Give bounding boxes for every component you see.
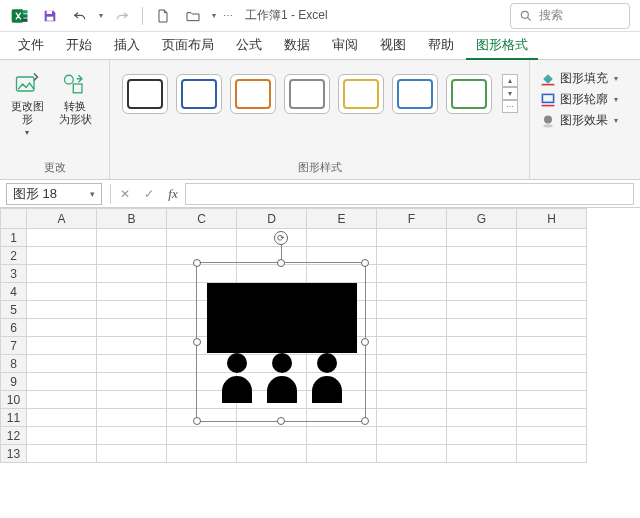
resize-handle[interactable] xyxy=(361,417,369,425)
row-header[interactable]: 3 xyxy=(1,265,27,283)
cell[interactable] xyxy=(517,409,587,427)
style-swatch[interactable] xyxy=(230,74,276,114)
cell[interactable] xyxy=(447,409,517,427)
resize-handle[interactable] xyxy=(361,338,369,346)
cell[interactable] xyxy=(167,445,237,463)
resize-handle[interactable] xyxy=(277,417,285,425)
cell[interactable] xyxy=(377,283,447,301)
tab-home[interactable]: 开始 xyxy=(56,32,102,60)
cell[interactable] xyxy=(97,427,167,445)
fx-icon[interactable]: fx xyxy=(161,186,185,202)
cell[interactable] xyxy=(447,427,517,445)
cell[interactable] xyxy=(447,373,517,391)
shape-fill-button[interactable]: 图形填充 ▾ xyxy=(540,70,634,87)
search-box[interactable]: 搜索 xyxy=(510,3,630,29)
cell[interactable] xyxy=(27,355,97,373)
rotation-handle[interactable]: ⟳ xyxy=(274,231,288,245)
worksheet-grid[interactable]: A B C D E F G H 1 2 3 4 5 6 7 8 9 10 11 … xyxy=(0,208,640,463)
cell[interactable] xyxy=(27,283,97,301)
cell[interactable] xyxy=(517,229,587,247)
cell[interactable] xyxy=(307,445,377,463)
cell[interactable] xyxy=(307,427,377,445)
cell[interactable] xyxy=(377,445,447,463)
tab-data[interactable]: 数据 xyxy=(274,32,320,60)
cell[interactable] xyxy=(97,373,167,391)
cell[interactable] xyxy=(27,265,97,283)
cancel-formula-button[interactable]: ✕ xyxy=(113,183,137,205)
cell[interactable] xyxy=(377,301,447,319)
cell[interactable] xyxy=(237,445,307,463)
column-header[interactable]: A xyxy=(27,209,97,229)
row-header[interactable]: 5 xyxy=(1,301,27,319)
cell[interactable] xyxy=(237,229,307,247)
cell[interactable] xyxy=(377,355,447,373)
resize-handle[interactable] xyxy=(361,259,369,267)
cell[interactable] xyxy=(447,283,517,301)
enter-formula-button[interactable]: ✓ xyxy=(137,183,161,205)
shape-effects-button[interactable]: 图形效果 ▾ xyxy=(540,112,634,129)
cell[interactable] xyxy=(97,283,167,301)
save-button[interactable] xyxy=(36,3,64,29)
new-file-button[interactable] xyxy=(149,3,177,29)
tab-formulas[interactable]: 公式 xyxy=(226,32,272,60)
cell[interactable] xyxy=(447,301,517,319)
cell[interactable] xyxy=(377,337,447,355)
style-swatch[interactable] xyxy=(392,74,438,114)
cell[interactable] xyxy=(27,445,97,463)
resize-handle[interactable] xyxy=(193,417,201,425)
column-header[interactable]: E xyxy=(307,209,377,229)
cell[interactable] xyxy=(27,301,97,319)
resize-handle[interactable] xyxy=(193,338,201,346)
row-header[interactable]: 11 xyxy=(1,409,27,427)
select-all-corner[interactable] xyxy=(1,209,27,229)
cell[interactable] xyxy=(97,445,167,463)
cell[interactable] xyxy=(447,337,517,355)
row-header[interactable]: 10 xyxy=(1,391,27,409)
resize-handle[interactable] xyxy=(277,259,285,267)
column-header[interactable]: H xyxy=(517,209,587,229)
cell[interactable] xyxy=(377,391,447,409)
cell[interactable] xyxy=(447,247,517,265)
cell[interactable] xyxy=(517,283,587,301)
row-header[interactable]: 6 xyxy=(1,319,27,337)
cell[interactable] xyxy=(377,229,447,247)
cell[interactable] xyxy=(167,427,237,445)
tab-insert[interactable]: 插入 xyxy=(104,32,150,60)
cell[interactable] xyxy=(97,229,167,247)
cell[interactable] xyxy=(97,391,167,409)
cell[interactable] xyxy=(27,391,97,409)
cell[interactable] xyxy=(27,427,97,445)
cell[interactable] xyxy=(307,229,377,247)
row-header[interactable]: 9 xyxy=(1,373,27,391)
open-dropdown[interactable]: ▾ xyxy=(209,3,219,29)
tab-help[interactable]: 帮助 xyxy=(418,32,464,60)
cell[interactable] xyxy=(27,319,97,337)
cell[interactable] xyxy=(167,229,237,247)
cell[interactable] xyxy=(517,265,587,283)
gallery-more-button[interactable]: ⋯ xyxy=(502,100,518,113)
row-header[interactable]: 8 xyxy=(1,355,27,373)
column-header[interactable]: F xyxy=(377,209,447,229)
selected-shape-frame[interactable]: ⟳ xyxy=(196,262,366,422)
cell[interactable] xyxy=(97,247,167,265)
cell[interactable] xyxy=(97,265,167,283)
tab-review[interactable]: 审阅 xyxy=(322,32,368,60)
cell[interactable] xyxy=(517,355,587,373)
cell[interactable] xyxy=(27,373,97,391)
cell[interactable] xyxy=(377,247,447,265)
style-swatch[interactable] xyxy=(284,74,330,114)
cell[interactable] xyxy=(97,301,167,319)
column-header[interactable]: C xyxy=(167,209,237,229)
formula-input[interactable] xyxy=(185,183,634,205)
cell[interactable] xyxy=(447,391,517,409)
cell[interactable] xyxy=(447,319,517,337)
cell[interactable] xyxy=(97,319,167,337)
undo-button[interactable] xyxy=(66,3,94,29)
cell[interactable] xyxy=(97,337,167,355)
open-file-button[interactable] xyxy=(179,3,207,29)
row-header[interactable]: 13 xyxy=(1,445,27,463)
redo-button[interactable] xyxy=(108,3,136,29)
qat-customize[interactable]: ⋯ xyxy=(221,3,235,29)
row-header[interactable]: 12 xyxy=(1,427,27,445)
cell[interactable] xyxy=(447,445,517,463)
